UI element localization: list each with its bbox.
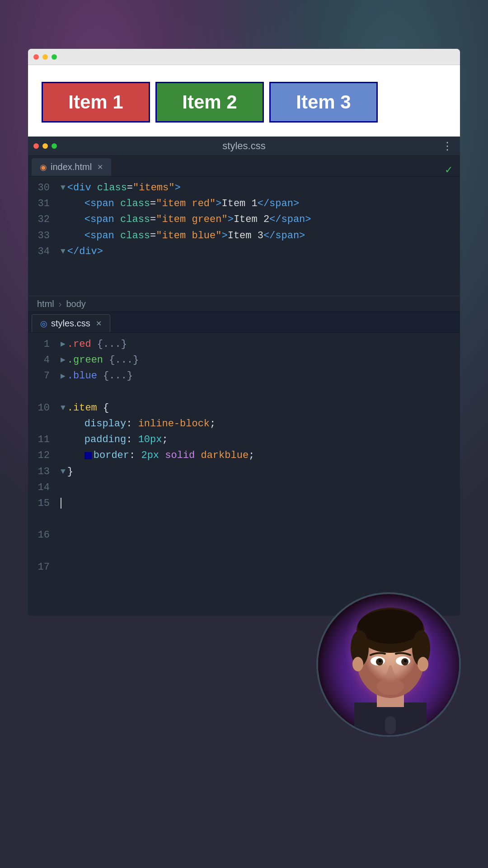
css-line-1: ▶ .red {...} — [61, 336, 460, 352]
css-file-icon: ◎ — [40, 319, 47, 329]
svg-point-16 — [404, 660, 407, 662]
css-line-7: ▶ .blue {...} — [61, 368, 460, 384]
css-line-10 — [61, 384, 460, 400]
css-line-11: ▼ .item { — [61, 400, 460, 416]
close-dot[interactable] — [33, 54, 39, 60]
webcam-person — [318, 594, 459, 735]
css-code-area: 1 4 7 10 11 12 13 14 15 16 17 ▶ .red {..… — [28, 333, 460, 616]
svg-point-15 — [379, 660, 381, 662]
vscode-titlebar: styles.css ⋮ — [28, 137, 460, 156]
editor-tabs: ◉ index.html ✕ ✓ — [28, 156, 460, 176]
css-line-13: padding : 10px ; — [61, 432, 460, 448]
css-line-14: border : 2px solid darkblue ; — [61, 448, 460, 463]
tab-css-close[interactable]: ✕ — [96, 319, 102, 328]
color-swatch-darkblue — [84, 452, 92, 459]
fold-css-15[interactable]: ▼ — [61, 465, 66, 478]
webcam-overlay — [316, 592, 461, 737]
vscode-close-dot[interactable] — [33, 143, 39, 149]
browser-preview: Item 1 Item 2 Item 3 — [28, 49, 460, 139]
vscode-max-dot[interactable] — [52, 143, 57, 149]
vscode-editor: styles.css ⋮ ◉ index.html ✕ ✓ 30 31 32 3… — [28, 137, 460, 616]
html-file-icon: ◉ — [40, 162, 47, 172]
tab-index-html[interactable]: ◉ index.html ✕ — [32, 158, 111, 176]
breadcrumb: html › body — [28, 296, 460, 312]
browser-content: Item 1 Item 2 Item 3 — [28, 65, 460, 139]
titlebar-dots — [33, 143, 57, 149]
minimize-dot[interactable] — [42, 54, 48, 60]
code-line-33: <span class = "item blue" > Item 3 </spa… — [61, 228, 460, 244]
css-line-12: display : inline-block ; — [61, 416, 460, 432]
fold-30[interactable]: ▼ — [61, 181, 66, 194]
maximize-dot[interactable] — [52, 54, 57, 60]
item-2-label: Item 2 — [182, 91, 237, 113]
fold-css-1[interactable]: ▶ — [61, 338, 66, 351]
css-code-content[interactable]: ▶ .red {...} ▶ .green {...} ▶ .blue {...… — [57, 333, 460, 616]
code-line-31: <span class = "item red" > Item 1 </span… — [61, 196, 460, 212]
item-1-box: Item 1 — [42, 82, 150, 123]
tab-css-label: styles.css — [51, 318, 90, 329]
line-numbers-html: 30 31 32 33 34 — [28, 176, 57, 296]
tab-html-label: index.html — [51, 162, 92, 172]
code-line-32: <span class = "item green" > Item 2 </sp… — [61, 212, 460, 227]
svg-point-6 — [358, 609, 423, 644]
svg-rect-18 — [385, 716, 396, 734]
browser-chrome — [28, 49, 460, 65]
more-options-icon[interactable]: ⋮ — [442, 140, 453, 152]
breadcrumb-html[interactable]: html — [37, 299, 54, 309]
html-code-area: 30 31 32 33 34 ▼ <div class = "items" > … — [28, 176, 460, 296]
code-line-30: ▼ <div class = "items" > — [61, 180, 460, 196]
css-line-15: ▼ } — [61, 464, 460, 480]
svg-point-9 — [352, 657, 363, 671]
check-icon: ✓ — [445, 164, 453, 176]
webcam-svg — [318, 594, 461, 737]
breadcrumb-body[interactable]: body — [66, 299, 85, 309]
svg-point-10 — [418, 657, 428, 671]
fold-34[interactable]: ▼ — [61, 245, 66, 258]
item-3-label: Item 3 — [296, 91, 351, 113]
vscode-title: styles.css — [222, 140, 265, 152]
css-tabs: ◎ styles.css ✕ — [28, 312, 460, 333]
css-line-16 — [61, 480, 460, 495]
breadcrumb-sep: › — [59, 299, 62, 309]
text-cursor — [61, 498, 61, 509]
code-line-34: ▼ </div> — [61, 244, 460, 259]
fold-css-7[interactable]: ▶ — [61, 370, 66, 383]
item-3-box: Item 3 — [269, 82, 378, 123]
item-1-label: Item 1 — [68, 91, 123, 113]
item-2-box: Item 2 — [155, 82, 264, 123]
fold-css-4[interactable]: ▶ — [61, 354, 66, 367]
vscode-min-dot[interactable] — [42, 143, 48, 149]
css-line-4: ▶ .green {...} — [61, 352, 460, 368]
svg-point-17 — [377, 679, 404, 695]
tab-html-close[interactable]: ✕ — [97, 163, 103, 171]
css-line-17[interactable] — [61, 495, 460, 511]
line-numbers-css: 1 4 7 10 11 12 13 14 15 16 17 — [28, 333, 57, 616]
fold-css-11[interactable]: ▼ — [61, 401, 66, 415]
html-code-content[interactable]: ▼ <div class = "items" > <span class = "… — [57, 176, 460, 296]
tab-styles-css[interactable]: ◎ styles.css ✕ — [32, 314, 110, 332]
